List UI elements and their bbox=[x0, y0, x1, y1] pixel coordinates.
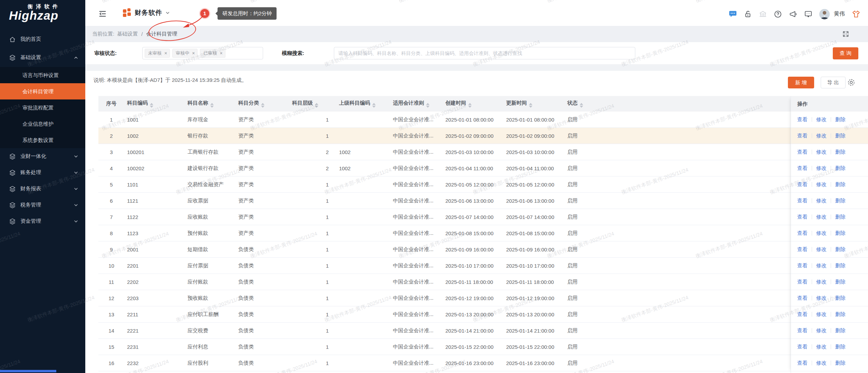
column-header[interactable]: 适用会计准则 bbox=[390, 100, 443, 108]
table-row[interactable]: 142221应交税费负债类1中国企业会计准...2025-01-14 21:00… bbox=[98, 323, 791, 339]
column-header[interactable]: 创建时间 bbox=[443, 100, 503, 108]
action-delete[interactable]: 删除 bbox=[835, 133, 846, 139]
avatar[interactable] bbox=[819, 9, 830, 19]
action-edit[interactable]: 修改 bbox=[816, 295, 827, 302]
action-edit[interactable]: 修改 bbox=[816, 133, 827, 139]
action-delete[interactable]: 删除 bbox=[835, 344, 846, 350]
action-view[interactable]: 查看 bbox=[797, 295, 808, 302]
action-view[interactable]: 查看 bbox=[797, 116, 808, 123]
sidebar-item-tax-management[interactable]: 税务管理 bbox=[0, 197, 85, 213]
sort-icon[interactable] bbox=[315, 103, 318, 108]
breadcrumb-parent[interactable]: 基础设置 bbox=[117, 31, 138, 37]
action-view[interactable]: 查看 bbox=[797, 149, 808, 155]
menu-fold-icon[interactable] bbox=[98, 10, 107, 19]
action-view[interactable]: 查看 bbox=[797, 181, 808, 188]
action-delete[interactable]: 删除 bbox=[835, 165, 846, 172]
table-row[interactable]: 132211应付职工薪酬负债类1中国企业会计准...2025-01-13 20:… bbox=[98, 306, 791, 323]
action-view[interactable]: 查看 bbox=[797, 198, 808, 204]
app-switcher[interactable]: 财务软件 bbox=[123, 8, 170, 17]
action-delete[interactable]: 删除 bbox=[835, 327, 846, 334]
table-row[interactable]: 11001库存现金资产类1中国企业会计准...2025-01-01 08:00:… bbox=[98, 112, 791, 128]
sidebar-item-fund-management[interactable]: 资金管理 bbox=[0, 213, 85, 229]
table-row[interactable]: 102201应付票据负债类1中国企业会计准...2025-01-10 17:00… bbox=[98, 258, 791, 274]
table-row[interactable]: 92001短期借款负债类1中国企业会计准...2025-01-09 16:00:… bbox=[98, 241, 791, 258]
action-view[interactable]: 查看 bbox=[797, 214, 808, 220]
sort-icon[interactable] bbox=[529, 103, 532, 108]
action-edit[interactable]: 修改 bbox=[816, 198, 827, 204]
column-header[interactable]: 科目分类 bbox=[235, 100, 289, 108]
table-row[interactable]: 3100201工商银行存款资产类21002中国企业会计准...2025-01-0… bbox=[98, 144, 791, 160]
action-edit[interactable]: 修改 bbox=[816, 246, 827, 253]
sort-icon[interactable] bbox=[150, 103, 153, 108]
close-icon[interactable]: × bbox=[163, 49, 168, 57]
action-view[interactable]: 查看 bbox=[797, 279, 808, 285]
action-delete[interactable]: 删除 bbox=[835, 279, 846, 285]
horizontal-scrollbar[interactable] bbox=[0, 370, 56, 372]
comment-icon[interactable] bbox=[804, 10, 812, 18]
action-delete[interactable]: 删除 bbox=[835, 360, 846, 366]
action-delete[interactable]: 删除 bbox=[835, 311, 846, 318]
action-edit[interactable]: 修改 bbox=[816, 181, 827, 188]
column-header[interactable]: 上级科目编码 bbox=[334, 100, 390, 108]
action-delete[interactable]: 删除 bbox=[835, 181, 846, 188]
action-view[interactable]: 查看 bbox=[797, 165, 808, 172]
action-delete[interactable]: 删除 bbox=[835, 149, 846, 155]
action-delete[interactable]: 删除 bbox=[835, 116, 846, 123]
column-header[interactable]: 状态 bbox=[565, 100, 791, 108]
chat-bubble-icon[interactable] bbox=[729, 10, 737, 18]
close-icon[interactable]: × bbox=[191, 49, 196, 57]
action-delete[interactable]: 删除 bbox=[835, 295, 846, 302]
sidebar-item-language-currency[interactable]: 语言与币种设置 bbox=[0, 67, 85, 83]
close-icon[interactable]: × bbox=[219, 49, 223, 57]
lock-open-icon[interactable] bbox=[744, 10, 752, 18]
column-header[interactable]: 科目层级 bbox=[289, 100, 334, 108]
megaphone-icon[interactable] bbox=[789, 10, 797, 18]
action-edit[interactable]: 修改 bbox=[816, 165, 827, 172]
action-edit[interactable]: 修改 bbox=[816, 214, 827, 220]
query-button[interactable]: 查 询 bbox=[833, 47, 858, 59]
table-row[interactable]: 122203预收账款负债类1中国企业会计准...2025-01-12 19:00… bbox=[98, 290, 791, 306]
action-delete[interactable]: 删除 bbox=[835, 246, 846, 253]
action-delete[interactable]: 删除 bbox=[835, 214, 846, 220]
action-edit[interactable]: 修改 bbox=[816, 149, 827, 155]
action-edit[interactable]: 修改 bbox=[816, 116, 827, 123]
table-row[interactable]: 4100202建设银行存款资产类21002中国企业会计准...2025-01-0… bbox=[98, 160, 791, 176]
action-view[interactable]: 查看 bbox=[797, 133, 808, 139]
search-input[interactable] bbox=[334, 47, 635, 59]
action-edit[interactable]: 修改 bbox=[816, 230, 827, 237]
action-view[interactable]: 查看 bbox=[797, 262, 808, 269]
table-row[interactable]: 71122应收账款资产类1中国企业会计准...2025-01-07 14:00:… bbox=[98, 209, 791, 225]
tshirt-icon[interactable] bbox=[852, 10, 860, 18]
table-row[interactable]: 61121应收票据资产类1中国企业会计准...2025-01-06 13:00:… bbox=[98, 193, 791, 209]
action-view[interactable]: 查看 bbox=[797, 311, 808, 318]
action-edit[interactable]: 修改 bbox=[816, 311, 827, 318]
action-view[interactable]: 查看 bbox=[797, 344, 808, 350]
sidebar-item-accounting-subjects[interactable]: 会计科目管理 bbox=[0, 83, 85, 99]
sidebar-item-financial-reports[interactable]: 财务报表 bbox=[0, 181, 85, 197]
gear-icon[interactable] bbox=[847, 78, 856, 88]
sidebar-item-enterprise-info[interactable]: 企业信息维护 bbox=[0, 116, 85, 132]
user-name[interactable]: 黄伟 bbox=[834, 10, 845, 18]
action-edit[interactable]: 修改 bbox=[816, 360, 827, 366]
action-delete[interactable]: 删除 bbox=[835, 262, 846, 269]
sidebar-item-system-params[interactable]: 系统参数设置 bbox=[0, 132, 85, 148]
sort-icon[interactable] bbox=[210, 103, 214, 108]
action-view[interactable]: 查看 bbox=[797, 230, 808, 237]
action-edit[interactable]: 修改 bbox=[816, 279, 827, 285]
column-header[interactable]: 科目名称 bbox=[185, 100, 235, 108]
sidebar-item-bookkeeping[interactable]: 账务处理 bbox=[0, 164, 85, 181]
sidebar-item-basic-settings[interactable]: 基础设置 bbox=[0, 49, 85, 66]
table-row[interactable]: 21002银行存款资产类1中国企业会计准...2025-01-02 09:00:… bbox=[98, 128, 791, 144]
fullscreen-icon[interactable] bbox=[842, 30, 849, 39]
action-view[interactable]: 查看 bbox=[797, 327, 808, 334]
action-view[interactable]: 查看 bbox=[797, 246, 808, 253]
table-row[interactable]: 81123预付账款资产类1中国企业会计准...2025-01-08 15:00:… bbox=[98, 225, 791, 241]
column-header[interactable]: 科目编码 bbox=[124, 100, 185, 108]
action-edit[interactable]: 修改 bbox=[816, 262, 827, 269]
action-delete[interactable]: 删除 bbox=[835, 198, 846, 204]
sort-icon[interactable] bbox=[468, 103, 472, 108]
sidebar-item-approval-flow[interactable]: 审批流程配置 bbox=[0, 99, 85, 116]
add-button[interactable]: 新 增 bbox=[788, 77, 814, 88]
action-edit[interactable]: 修改 bbox=[816, 344, 827, 350]
column-header[interactable]: 更新时间 bbox=[503, 100, 565, 108]
